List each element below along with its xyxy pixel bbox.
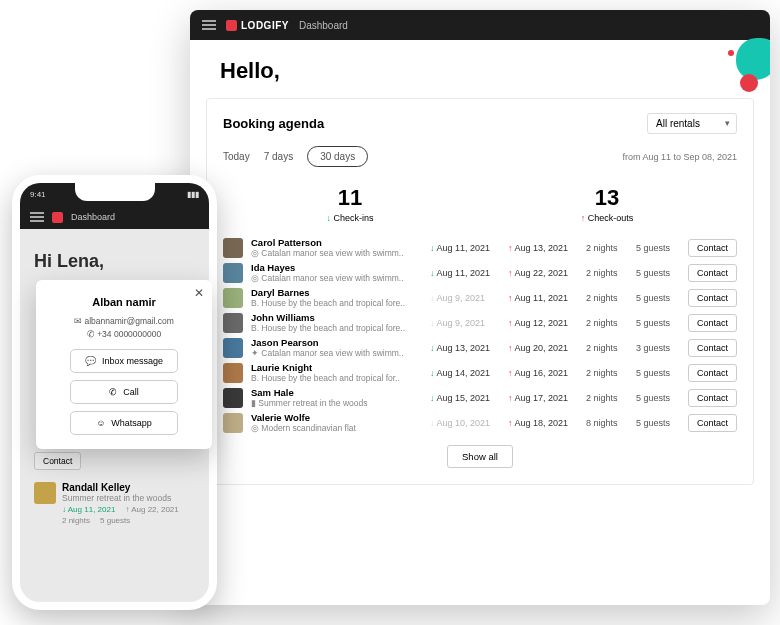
checkin-date: Aug 10, 2021 [430,418,500,428]
checkout-date: Aug 13, 2021 [508,243,578,253]
checkout-date: Aug 12, 2021 [508,318,578,328]
guest-name: Valerie Wolfe [251,412,422,423]
property-name: B. House by the beach and tropical fore.… [251,298,422,308]
mobile-checkin: ↓ Aug 11, 2021 [62,505,115,514]
checkin-date: Aug 11, 2021 [430,243,500,253]
mobile-booking-item[interactable]: Randall Kelley Summer retreat in the woo… [34,482,195,525]
checkin-date: Aug 13, 2021 [430,343,500,353]
mobile-section: Dashboard [71,212,115,222]
tab-7days[interactable]: 7 days [264,151,293,162]
booking-row[interactable]: Laurie Knight B. House by the beach and … [223,362,737,383]
property-name: ▮ Summer retreat in the woods [251,398,422,408]
whatsapp-icon: ☺ [96,418,105,428]
booking-row[interactable]: Sam Hale ▮ Summer retreat in the woods A… [223,387,737,408]
property-name: ◎ Catalan manor sea view with swimm.. [251,248,422,258]
mobile-thumb-icon [34,482,56,504]
phone-notch [75,183,155,201]
booking-thumb-icon [223,388,243,408]
brand-logo: LODGIFY [226,20,289,31]
nights: 8 nights [586,418,628,428]
booking-rows: Carol Patterson ◎ Catalan manor sea view… [223,237,737,433]
checkin-date: Aug 14, 2021 [430,368,500,378]
chat-icon: 💬 [85,356,96,366]
guests: 5 guests [636,393,680,403]
phone-icon: ✆ [109,387,117,397]
checkins-count: 11 [327,185,374,211]
contact-button[interactable]: Contact [688,339,737,357]
guest-name: Carol Patterson [251,237,422,248]
guests: 5 guests [636,368,680,378]
contact-button[interactable]: Contact [688,239,737,257]
checkout-date: Aug 17, 2021 [508,393,578,403]
popover-email: ✉ albannamir@gmail.com [50,316,198,326]
checkin-date: Aug 11, 2021 [430,268,500,278]
booking-row[interactable]: Carol Patterson ◎ Catalan manor sea view… [223,237,737,258]
tab-today[interactable]: Today [223,151,250,162]
booking-row[interactable]: Ida Hayes ◎ Catalan manor sea view with … [223,262,737,283]
mobile-property: Summer retreat in the woods [62,493,195,503]
nights: 2 nights [586,393,628,403]
contact-button[interactable]: Contact [688,389,737,407]
booking-row[interactable]: Jason Pearson ✦ Catalan manor sea view w… [223,337,737,358]
guest-name: Sam Hale [251,387,422,398]
checkout-date: Aug 20, 2021 [508,343,578,353]
mobile-logo-icon [52,212,63,223]
booking-row[interactable]: John Williams B. House by the beach and … [223,312,737,333]
desktop-window: LODGIFY Dashboard Hello, Booking agenda … [190,10,770,605]
nights: 2 nights [586,293,628,303]
decor-splat-teal [736,38,770,80]
popover-phone: ✆ +34 0000000000 [50,329,198,339]
guest-name: Jason Pearson [251,337,422,348]
brand-text: LODGIFY [241,20,289,31]
booking-thumb-icon [223,363,243,383]
tab-30days[interactable]: 30 days [307,146,368,167]
checkin-date: Aug 15, 2021 [430,393,500,403]
guests: 5 guests [636,418,680,428]
whatsapp-button[interactable]: ☺ Whatsapp [70,411,178,435]
checkout-date: Aug 11, 2021 [508,293,578,303]
mobile-guests: 5 guests [100,516,130,525]
booking-thumb-icon [223,263,243,283]
contact-button[interactable]: Contact [688,314,737,332]
rentals-filter-select[interactable]: All rentals [647,113,737,134]
show-all-button[interactable]: Show all [447,445,513,468]
page-title: Hello, [190,40,770,98]
nights: 2 nights [586,343,628,353]
inbox-button[interactable]: 💬 Inbox message [70,349,178,373]
checkouts-count: 13 [581,185,634,211]
call-button[interactable]: ✆ Call [70,380,178,404]
booking-thumb-icon [223,288,243,308]
contact-button[interactable]: Contact [688,264,737,282]
mobile-menu-icon[interactable] [30,212,44,222]
mobile-contact-button[interactable]: Contact [34,452,81,470]
decor-splat-red-small [728,50,734,56]
nights: 2 nights [586,368,628,378]
checkout-date: Aug 18, 2021 [508,418,578,428]
contact-popover: ✕ Alban namir ✉ albannamir@gmail.com ✆ +… [36,280,212,449]
mobile-checkout: ↑ Aug 22, 2021 [125,505,178,514]
checkins-label: Check-ins [327,213,374,223]
guest-name: Laurie Knight [251,362,422,373]
contact-button[interactable]: Contact [688,414,737,432]
booking-agenda-panel: Booking agenda All rentals Today 7 days … [206,98,754,485]
rentals-filter-label: All rentals [656,118,700,129]
status-time: 9:41 [30,190,46,199]
menu-icon[interactable] [202,20,216,30]
booking-thumb-icon [223,413,243,433]
checkout-date: Aug 16, 2021 [508,368,578,378]
contact-button[interactable]: Contact [688,289,737,307]
decor-splat-red [740,74,758,92]
guest-name: John Williams [251,312,422,323]
contact-button[interactable]: Contact [688,364,737,382]
status-icons: ▮▮▮ [187,190,199,199]
booking-row[interactable]: Valerie Wolfe ◎ Modern scandinavian flat… [223,412,737,433]
checkout-date: Aug 22, 2021 [508,268,578,278]
date-range: from Aug 11 to Sep 08, 2021 [622,152,737,162]
booking-thumb-icon [223,313,243,333]
property-name: B. House by the beach and tropical for.. [251,373,422,383]
close-icon[interactable]: ✕ [194,286,204,300]
guests: 3 guests [636,343,680,353]
nights: 2 nights [586,268,628,278]
checkin-date: Aug 9, 2021 [430,293,500,303]
booking-row[interactable]: Daryl Barnes B. House by the beach and t… [223,287,737,308]
